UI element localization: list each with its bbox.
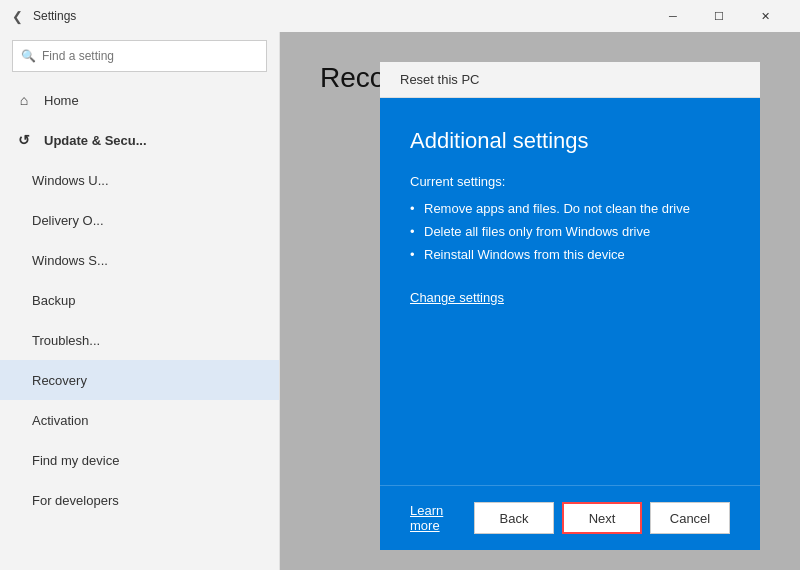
main-content: Recovery Reset this PC Additional settin… xyxy=(280,32,800,570)
sidebar-item-windows-security[interactable]: Windows S... xyxy=(0,240,279,280)
change-settings-link[interactable]: Change settings xyxy=(410,290,730,305)
next-button[interactable]: Next xyxy=(562,502,642,534)
dialog-buttons: Back Next Cancel xyxy=(474,502,730,534)
search-input[interactable] xyxy=(42,49,258,63)
maximize-button[interactable]: ☐ xyxy=(696,0,742,32)
close-button[interactable]: ✕ xyxy=(742,0,788,32)
sidebar-item-wu-label: Windows U... xyxy=(32,173,109,188)
dialog-section-label: Current settings: xyxy=(410,174,730,189)
sidebar-item-activation[interactable]: Activation xyxy=(0,400,279,440)
sidebar-item-activation-label: Activation xyxy=(32,413,88,428)
dialog-title: Additional settings xyxy=(410,128,730,154)
minimize-button[interactable]: ─ xyxy=(650,0,696,32)
reset-dialog: Reset this PC Additional settings Curren… xyxy=(380,62,760,550)
sidebar-item-update-label: Update & Secu... xyxy=(44,133,147,148)
sidebar-item-dev-label: For developers xyxy=(32,493,119,508)
search-icon: 🔍 xyxy=(21,49,36,63)
sidebar-item-ws-label: Windows S... xyxy=(32,253,108,268)
app-container: 🔍 ⌂ Home ↺ Update & Secu... Windows U...… xyxy=(0,32,800,570)
sidebar-search[interactable]: 🔍 xyxy=(12,40,267,72)
bullet-item-3: Reinstall Windows from this device xyxy=(410,247,730,262)
sidebar-item-update: ↺ Update & Secu... xyxy=(0,120,279,160)
bullet-item-2: Delete all files only from Windows drive xyxy=(410,224,730,239)
sidebar: 🔍 ⌂ Home ↺ Update & Secu... Windows U...… xyxy=(0,32,280,570)
sidebar-item-windows-update[interactable]: Windows U... xyxy=(0,160,279,200)
sidebar-item-home[interactable]: ⌂ Home xyxy=(0,80,279,120)
sidebar-item-delivery-label: Delivery O... xyxy=(32,213,104,228)
sidebar-item-find-my-device[interactable]: Find my device xyxy=(0,440,279,480)
dialog-header-label: Reset this PC xyxy=(400,72,479,87)
sidebar-item-for-developers[interactable]: For developers xyxy=(0,480,279,520)
bullet-item-1: Remove apps and files. Do not clean the … xyxy=(410,201,730,216)
back-icon[interactable]: ❮ xyxy=(12,9,23,24)
sidebar-nav: ⌂ Home ↺ Update & Secu... Windows U... D… xyxy=(0,80,279,570)
sidebar-item-home-label: Home xyxy=(44,93,79,108)
sidebar-item-backup[interactable]: Backup xyxy=(0,280,279,320)
back-button[interactable]: Back xyxy=(474,502,554,534)
dialog-body: Additional settings Current settings: Re… xyxy=(380,98,760,485)
sidebar-item-ts-label: Troublesh... xyxy=(32,333,100,348)
dialog-footer: Learn more Back Next Cancel xyxy=(380,485,760,550)
dialog-header: Reset this PC xyxy=(380,62,760,98)
sidebar-item-troubleshoot[interactable]: Troublesh... xyxy=(0,320,279,360)
app-title: Settings xyxy=(33,9,76,23)
learn-more-link[interactable]: Learn more xyxy=(410,503,474,533)
sidebar-item-fmd-label: Find my device xyxy=(32,453,119,468)
title-bar: ❮ Settings ─ ☐ ✕ xyxy=(0,0,800,32)
sidebar-item-delivery[interactable]: Delivery O... xyxy=(0,200,279,240)
cancel-button[interactable]: Cancel xyxy=(650,502,730,534)
sidebar-item-backup-label: Backup xyxy=(32,293,75,308)
dialog-bullet-list: Remove apps and files. Do not clean the … xyxy=(410,201,730,270)
sidebar-item-recovery-label: Recovery xyxy=(32,373,87,388)
title-bar-controls: ─ ☐ ✕ xyxy=(650,0,788,32)
sidebar-item-recovery[interactable]: Recovery xyxy=(0,360,279,400)
title-bar-left: ❮ Settings xyxy=(12,9,76,24)
update-icon: ↺ xyxy=(16,132,32,148)
home-icon: ⌂ xyxy=(16,92,32,108)
